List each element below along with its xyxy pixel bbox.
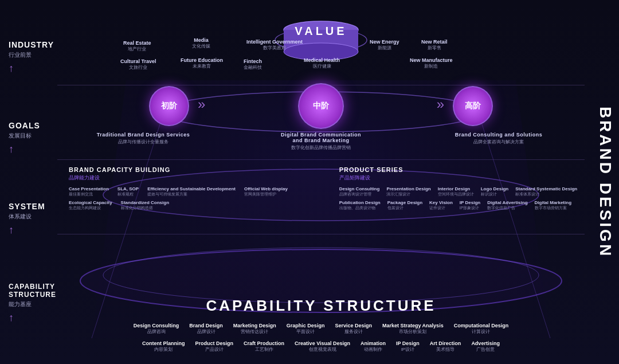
industry-media: Media 文化传媒	[192, 37, 210, 49]
cap-craft-production: Craft Production 工艺制作	[244, 340, 284, 353]
capability-row-2: Content Planning 内容策划 Product Design 产品设…	[57, 340, 585, 353]
industry-medical: Medical Health 医疗健康	[304, 57, 340, 69]
goals-label-en: GOALS	[9, 121, 40, 131]
system-arrow: ↑	[9, 224, 14, 236]
stage-late-circle: 高阶	[453, 86, 493, 126]
cap-computational-design: Computational Design 计算设计	[454, 323, 509, 335]
bc-item-2: SLA, SOP 标准规程	[117, 186, 139, 197]
stage-early-label: 初阶	[161, 101, 177, 111]
ps-item-7: Package Design 包装设计	[387, 200, 422, 211]
capability-label-cn: 能力基座	[9, 300, 32, 308]
cap-service-design: Service Design 服务设计	[335, 323, 372, 335]
sidebar-system: SYSTEM 体系建设 ↑	[9, 202, 57, 236]
industry-new-retail: New Retail 新零售	[421, 39, 448, 51]
ps-item-3: Interior Design 空间环境与品牌设计	[438, 186, 474, 197]
bc-item-5: Ecological Capacity 生态能力构网建设	[69, 200, 112, 211]
sidebar-industry: INDUSTRY 行业前景 ↑	[9, 40, 57, 75]
capability-arrow: ↑	[9, 312, 14, 324]
sidebar-capability: CAPABILITY STRUCTURE 能力基座 ↑	[9, 283, 57, 324]
left-sidebar: INDUSTRY 行业前景 ↑ GOALS 发展目标 ↑ SYSTEM 体系建设…	[9, 0, 57, 364]
cap-marketing-design: Marketing Design 营销传达设计	[233, 323, 276, 335]
value-label: VALUE	[295, 25, 347, 37]
chevron-left: »	[198, 96, 205, 112]
industry-real-estate: Real Estate 地产行业	[123, 40, 151, 52]
cap-advertising: Advertising 广告创意	[471, 340, 500, 353]
ps-item-8: Key Vision 证件设计	[429, 200, 453, 211]
brand-capacity-title-cn: 品牌能力建设	[69, 174, 308, 182]
content-area: VALUE Real Estate 地产行业 Media 文化传媒 Cultur…	[57, 0, 585, 364]
industry-intelligent-gov: Intelligent Government 数字美政府	[246, 39, 303, 51]
industry-label-cn: 行业前景	[9, 51, 32, 59]
sidebar-goals: GOALS 发展目标 ↑	[9, 121, 57, 155]
industry-arrow: ↑	[9, 62, 14, 75]
system-label-cn: 体系建设	[9, 213, 32, 221]
ps-item-1: Design Consulting 品牌咨询设计管理	[339, 186, 380, 197]
industry-new-manufacture: New Manufacture 新制造	[410, 57, 453, 69]
cap-design-consulting: Design Consulting 品牌咨询	[134, 323, 179, 335]
cap-content-planning: Content Planning 内容策划	[142, 340, 185, 353]
goals-label-cn: 发展目标	[9, 132, 32, 140]
stage-desc-late: Brand Consulting and Solutions 品牌全案咨询与解决…	[441, 132, 556, 145]
bc-item-3: Efficiency and Sustainable Development 提…	[147, 186, 236, 197]
brand-capacity-items: Case Presentation 最佳案例交流 SLA, SOP 标准规程 E…	[69, 186, 308, 211]
industry-cultural-travel: Cultural Travel 文旅行业	[120, 58, 156, 71]
mid-sections: BRAND CAPACITY BUILDING 品牌能力建设 Case Pres…	[69, 166, 579, 211]
brand-capacity-title-en: BRAND CAPACITY BUILDING	[69, 166, 308, 173]
stage-early-circle: 初阶	[149, 86, 189, 126]
cap-product-design: Product Design 产品设计	[195, 340, 234, 353]
bc-item-4: Official Web display 官网美陈管理维护	[244, 186, 288, 197]
stage-mid-circle: 中阶	[298, 83, 344, 129]
system-label-en: SYSTEM	[9, 202, 45, 212]
capability-label-en: CAPABILITY STRUCTURE	[9, 283, 56, 299]
product-series-items: Design Consulting 品牌咨询设计管理 Presentation …	[339, 186, 579, 211]
product-series-title-cn: 产品矩阵建设	[339, 174, 579, 182]
stage-mid-label: 中阶	[313, 101, 329, 111]
value-section: VALUE	[295, 9, 347, 38]
main-container: BRAND DESIGN INDUSTRY 行业前景 ↑ GOALS 发展目标 …	[0, 0, 619, 364]
capability-structure-section: CAPABILITY STRUCTURE Design Consulting 品…	[57, 297, 585, 353]
industry-fintech: Fintech 金融科技	[244, 58, 262, 71]
ps-item-10: Digital Advertising 数字化信息广告	[487, 200, 527, 211]
cap-brand-design: Brand Design 品牌设计	[189, 323, 223, 335]
industry-new-energy: New Energy 新能源	[370, 39, 399, 51]
cap-graphic-design: Graphic Design 平面设计	[287, 323, 325, 335]
industry-future-education: Future Education 未来教育	[181, 57, 223, 69]
capability-row-1: Design Consulting 品牌咨询 Brand Design 品牌设计…	[57, 323, 585, 335]
cap-animation: Animation 动画制作	[361, 340, 386, 353]
ps-item-11: Digital Marketing 数字市场营销方案	[535, 200, 571, 211]
cap-art-direction: Art Direction 美术指导	[430, 340, 461, 353]
ps-item-6: Publication Design 出版物、品类设计物	[339, 200, 381, 211]
stage-desc-mid: Digital Brand Communicationand Brand Mar…	[264, 132, 378, 151]
brand-capacity-section: BRAND CAPACITY BUILDING 品牌能力建设 Case Pres…	[69, 166, 308, 211]
stage-desc-early: Traditional Brand Design Services 品牌与传播设…	[86, 132, 201, 145]
ps-item-4: Logo Design 标识设计	[481, 186, 508, 197]
chevron-right: »	[437, 96, 444, 112]
capability-title: CAPABILITY STRUCTURE	[57, 297, 585, 315]
brand-design-title: BRAND DESIGN	[596, 106, 614, 257]
cap-ip-design: IP Design IP设计	[396, 340, 420, 353]
product-series-section: PRODUCT SERIES 产品矩阵建设 Design Consulting …	[339, 166, 579, 211]
goals-arrow: ↑	[9, 143, 14, 155]
product-series-title-en: PRODUCT SERIES	[339, 166, 579, 173]
cap-market-strategy: Market Strategy Analysis 市场分析策划	[382, 323, 444, 335]
bc-item-1: Case Presentation 最佳案例交流	[69, 186, 109, 197]
bc-item-6: Standardized Consign 标准化分销构造搭	[121, 200, 169, 211]
ps-item-5: Standard Systematic Design 标准体系设计	[515, 186, 577, 197]
stage-late-label: 高阶	[465, 101, 481, 111]
ps-item-2: Presentation Design 演示汇报设计	[386, 186, 430, 197]
ps-item-9: IP Design IP形象设计	[460, 200, 480, 211]
industry-label-en: INDUSTRY	[9, 40, 54, 50]
cap-creative-visual: Creative Visual Design 创意视觉表现	[295, 340, 350, 353]
